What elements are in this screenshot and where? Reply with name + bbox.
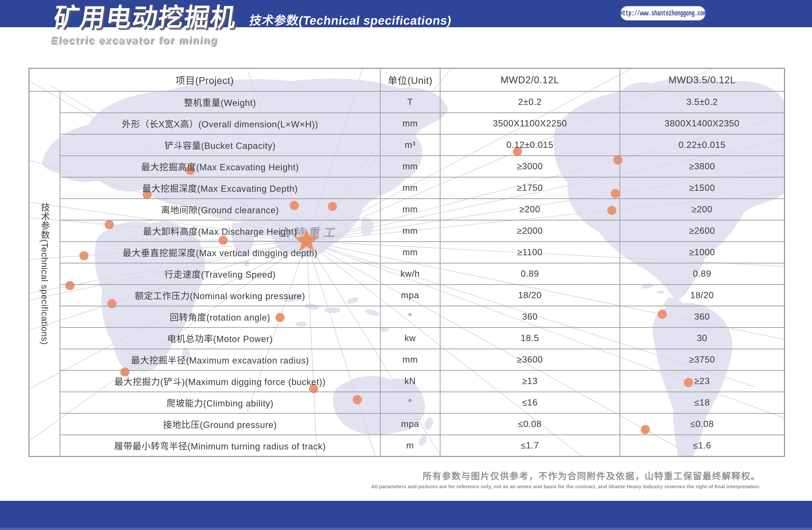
value-mwd35: ≥3800: [620, 156, 784, 177]
value-mwd35: ≥200: [620, 199, 784, 220]
param-unit: kN: [380, 370, 440, 392]
value-mwd2: 2±0.2: [440, 91, 620, 113]
col-header-project: 项目(Project): [29, 68, 380, 91]
param-unit: mm: [380, 156, 440, 177]
param-label: 行走速度(Traveling Speed): [60, 263, 380, 284]
param-unit: kw: [380, 327, 440, 349]
param-label: 最大挖掘高度(Max Excavating Height): [60, 156, 380, 177]
param-label: 最大垂直挖掘深度(Max vertical dingging depth): [60, 242, 380, 263]
website-url-text: Http://www.shantezhonggong.com: [620, 9, 706, 18]
disclaimer-english: All parameters and pictures are for refe…: [371, 484, 760, 489]
spec-row: 额定工作压力(Nominal working pressure)mpa18/20…: [29, 284, 784, 306]
spec-row: 履带最小转弯半径(Minimum turning radius of track…: [29, 435, 784, 456]
logo-english-subtitle: Electric excavator for mining: [50, 34, 234, 46]
disclaimer-chinese: 所有参数与图片仅供参考，不作为合同附件及依据，山特重工保留最终解释权。: [371, 469, 760, 482]
value-mwd35: ≤0.08: [620, 413, 784, 435]
value-mwd35: 30: [620, 327, 784, 349]
spec-row: 接地比压(Ground pressure)mpa≤0.08≤0.08: [29, 413, 784, 435]
spec-row: 铲斗容量(Bucket Capacity)m³0.12±0.0150.22±0.…: [29, 134, 784, 156]
value-mwd35: 3800X1400X2350: [620, 113, 784, 134]
value-mwd2: ≥200: [440, 199, 620, 220]
param-label: 接地比压(Ground pressure): [60, 413, 380, 435]
col-header-model-mwd35: MWD3.5/0.12L: [620, 68, 784, 91]
col-header-model-mwd2: MWD2/0.12L: [440, 68, 620, 91]
spec-row: 技术参数(Technical specifications)整机重量(Weigh…: [29, 91, 784, 113]
param-label: 履带最小转弯半径(Minimum turning radius of track…: [60, 435, 380, 456]
value-mwd35: 18/20: [620, 284, 784, 306]
param-label: 额定工作压力(Nominal working pressure): [60, 284, 380, 306]
page-title: 技术参数(Technical specifications): [248, 11, 453, 28]
website-url-pill[interactable]: Http://www.shantezhonggong.com: [621, 6, 705, 20]
value-mwd2: ≤16: [440, 392, 620, 413]
value-mwd35: ≤1.6: [620, 435, 784, 456]
param-unit: °: [380, 306, 440, 327]
value-mwd2: ≥2000: [440, 220, 620, 242]
spec-row: 回转角度(rotation angle)°360360: [29, 306, 784, 327]
spec-table: 项目(Project) 单位(Unit) MWD2/0.12L MWD3.5/0…: [28, 68, 785, 457]
value-mwd2: 0.12±0.015: [440, 134, 620, 156]
value-mwd2: 18.5: [440, 327, 620, 349]
col-header-unit: 单位(Unit): [380, 68, 440, 91]
value-mwd35: 0.22±0.015: [620, 134, 784, 156]
spec-row: 爬坡能力(Climbing ability)°≤16≤18: [29, 392, 784, 413]
value-mwd2: 360: [440, 306, 620, 327]
param-unit: mm: [380, 349, 440, 370]
value-mwd2: ≥3000: [440, 156, 620, 177]
param-unit: mm: [380, 199, 440, 220]
value-mwd2: ≥1750: [440, 177, 620, 199]
brand-logo: 矿用电动挖掘机 Electric excavator for mining: [50, 1, 239, 46]
value-mwd35: ≥23: [620, 370, 784, 392]
spec-row: 离地间隙(Ground clearance)mm≥200≥200: [29, 199, 784, 220]
param-label: 铲斗容量(Bucket Capacity): [60, 134, 380, 156]
spec-table-body: 技术参数(Technical specifications)整机重量(Weigh…: [29, 91, 784, 457]
value-mwd35: 360: [620, 306, 784, 327]
spec-header-row: 项目(Project) 单位(Unit) MWD2/0.12L MWD3.5/0…: [29, 68, 784, 91]
spec-row: 最大挖掘深度(Max Excavating Depth)mm≥1750≥1500: [29, 177, 784, 199]
param-unit: T: [380, 91, 440, 113]
disclaimer: 所有参数与图片仅供参考，不作为合同附件及依据，山特重工保留最终解释权。 All …: [371, 469, 760, 489]
spec-row: 行走速度(Traveling Speed)kw/h0.890.89: [29, 263, 784, 284]
spec-row: 最大挖掘高度(Max Excavating Height)mm≥3000≥380…: [29, 156, 784, 177]
param-unit: m³: [380, 134, 440, 156]
value-mwd2: ≥1100: [440, 242, 620, 263]
param-label: 整机重量(Weight): [60, 91, 380, 113]
value-mwd35: ≥1500: [620, 177, 784, 199]
param-unit: mm: [380, 220, 440, 242]
param-unit: mm: [380, 177, 440, 199]
value-mwd2: ≤0.08: [440, 413, 620, 435]
param-label: 最大挖掘半径(Maximum excavation radius): [60, 349, 380, 370]
spec-row: 外形（长X宽X高）(Overall dimension(L×W×H))mm350…: [29, 113, 784, 134]
param-label: 最大挖掘力(铲斗)(Maximum digging force (bucket)…: [60, 370, 380, 392]
value-mwd35: 3.5±0.2: [620, 91, 784, 113]
logo-chinese-title: 矿用电动挖掘机: [52, 1, 239, 34]
value-mwd35: 0.89: [620, 263, 784, 284]
param-unit: mm: [380, 242, 440, 263]
param-label: 离地间隙(Ground clearance): [60, 199, 380, 220]
param-label: 最大挖掘深度(Max Excavating Depth): [60, 177, 380, 199]
value-mwd35: ≥2600: [620, 220, 784, 242]
value-mwd35: ≤18: [620, 392, 784, 413]
param-label: 最大卸料高度(Max Discharge Height): [60, 220, 380, 242]
spec-row: 最大垂直挖掘深度(Max vertical dingging depth)mm≥…: [29, 242, 784, 263]
bottom-banner: [0, 501, 812, 530]
param-unit: mpa: [380, 284, 440, 306]
spec-row: 最大卸料高度(Max Discharge Height)mm≥2000≥2600: [29, 220, 784, 242]
value-mwd2: 3500X1100X2250: [440, 113, 620, 134]
side-vertical-label: 技术参数(Technical specifications): [29, 91, 60, 457]
param-unit: °: [380, 392, 440, 413]
param-unit: m: [380, 435, 440, 456]
param-label: 爬坡能力(Climbing ability): [60, 392, 380, 413]
param-label: 外形（长X宽X高）(Overall dimension(L×W×H)): [60, 113, 380, 134]
param-unit: mpa: [380, 413, 440, 435]
param-unit: kw/h: [380, 263, 440, 284]
spec-row: 最大挖掘力(铲斗)(Maximum digging force (bucket)…: [29, 370, 784, 392]
param-unit: mm: [380, 113, 440, 134]
value-mwd35: ≥3750: [620, 349, 784, 370]
value-mwd35: ≥1000: [620, 242, 784, 263]
bottom-accent-strip: [0, 528, 812, 530]
value-mwd2: 0.89: [440, 263, 620, 284]
value-mwd2: ≤1.7: [440, 435, 620, 456]
spec-row: 电机总功率(Motor Power)kw18.530: [29, 327, 784, 349]
spec-row: 最大挖掘半径(Maximum excavation radius)mm≥3600…: [29, 349, 784, 370]
value-mwd2: 18/20: [440, 284, 620, 306]
